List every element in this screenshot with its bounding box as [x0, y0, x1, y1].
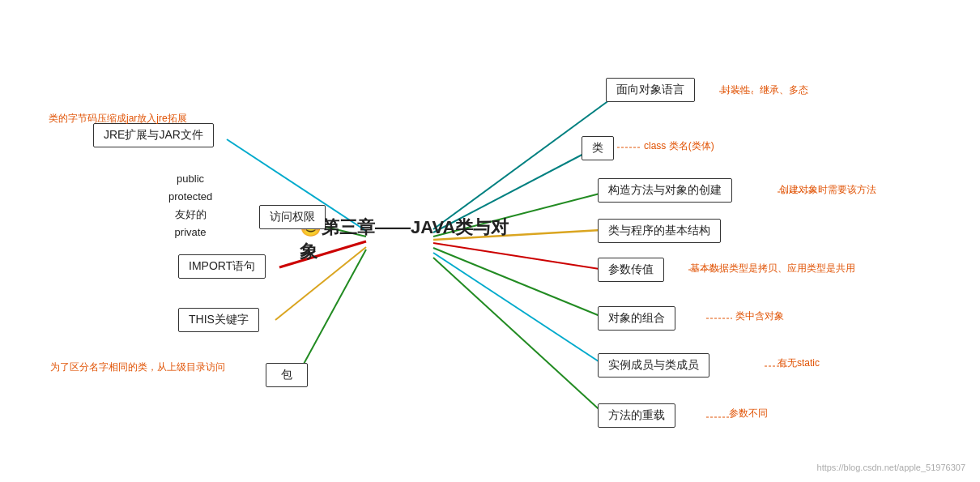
- access-protected: protected: [168, 188, 212, 206]
- watermark: https://blog.csdn.net/apple_51976307: [817, 463, 965, 472]
- node-package: 包: [266, 363, 308, 387]
- access-friendly: 友好的: [175, 206, 207, 224]
- annotation-package: 为了区分名字相同的类，从上级目录访问: [50, 360, 225, 374]
- node-jre: JRE扩展与JAR文件: [93, 123, 214, 147]
- annotation-oop: 封装性、继承、多态: [721, 83, 808, 97]
- svg-line-12: [433, 258, 606, 416]
- annotation-members: 有无static: [778, 356, 820, 370]
- node-overload: 方法的重载: [598, 403, 675, 428]
- node-params: 参数传值: [598, 258, 664, 282]
- node-this: THIS关键字: [178, 308, 259, 332]
- node-oop: 面向对象语言: [606, 78, 695, 102]
- annotation-overload: 参数不同: [729, 407, 768, 420]
- annotation-class: class 类名(类体): [644, 139, 714, 153]
- svg-line-5: [433, 96, 616, 229]
- access-public: public: [177, 170, 204, 188]
- annotation-composition: 类中含对象: [735, 309, 784, 323]
- svg-line-4: [298, 250, 366, 374]
- node-import: IMPORT语句: [178, 254, 266, 279]
- access-private: private: [175, 224, 207, 241]
- node-composition: 对象的组合: [598, 306, 675, 331]
- access-list: public protected 友好的 private: [168, 170, 212, 241]
- node-access: 访问权限: [259, 205, 326, 229]
- node-constructor: 构造方法与对象的创建: [598, 178, 732, 203]
- annotation-params: 基本数据类型是拷贝、应用类型是共用: [690, 262, 855, 275]
- annotation-constructor: 创建对象时需要该方法: [779, 183, 876, 197]
- annotation-jre: 类的字节码压缩成jar放入jre拓展: [49, 112, 187, 126]
- node-class: 类: [582, 136, 614, 160]
- center-node: 😊第三章——JAVA类与对象: [300, 219, 510, 261]
- node-members: 实例成员与类成员: [598, 353, 709, 377]
- svg-line-11: [433, 253, 606, 366]
- node-structure: 类与程序的基本结构: [598, 219, 721, 243]
